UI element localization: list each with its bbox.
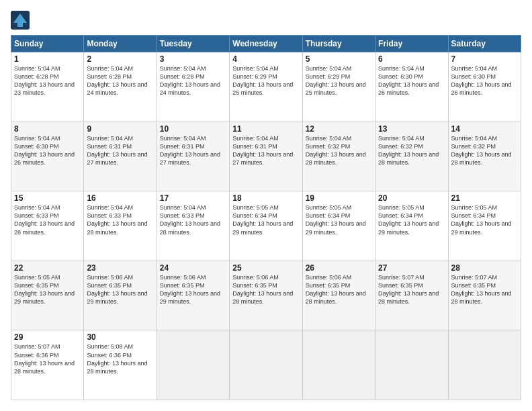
cell-content: Sunrise: 5:05 AMSunset: 6:34 PMDaylight:… xyxy=(378,203,445,236)
logo-icon xyxy=(11,11,30,30)
cell-content: Sunrise: 5:04 AMSunset: 6:29 PMDaylight:… xyxy=(306,64,372,97)
day-number: 27 xyxy=(378,263,445,273)
calendar-cell: 14Sunrise: 5:04 AMSunset: 6:32 PMDayligh… xyxy=(448,122,521,191)
day-number: 10 xyxy=(160,124,226,134)
day-number: 28 xyxy=(451,263,518,273)
cell-content: Sunrise: 5:04 AMSunset: 6:32 PMDaylight:… xyxy=(378,134,445,167)
calendar-cell: 10Sunrise: 5:04 AMSunset: 6:31 PMDayligh… xyxy=(157,122,229,191)
calendar-cell: 22Sunrise: 5:05 AMSunset: 6:35 PMDayligh… xyxy=(11,261,84,330)
calendar-cell: 15Sunrise: 5:04 AMSunset: 6:33 PMDayligh… xyxy=(11,191,84,261)
calendar-cell: 2Sunrise: 5:04 AMSunset: 6:28 PMDaylight… xyxy=(84,52,157,122)
cell-content: Sunrise: 5:04 AMSunset: 6:31 PMDaylight:… xyxy=(160,134,226,167)
day-number: 9 xyxy=(87,124,153,134)
calendar-cell: 25Sunrise: 5:06 AMSunset: 6:35 PMDayligh… xyxy=(230,261,302,330)
day-number: 25 xyxy=(232,263,299,273)
calendar-cell: 28Sunrise: 5:07 AMSunset: 6:35 PMDayligh… xyxy=(448,261,521,330)
day-number: 13 xyxy=(378,124,445,134)
day-number: 15 xyxy=(14,193,81,203)
calendar-cell: 23Sunrise: 5:06 AMSunset: 6:35 PMDayligh… xyxy=(84,261,157,330)
cell-content: Sunrise: 5:05 AMSunset: 6:34 PMDaylight:… xyxy=(232,203,299,236)
cell-content: Sunrise: 5:04 AMSunset: 6:31 PMDaylight:… xyxy=(232,134,299,167)
day-header-wednesday: Wednesday xyxy=(230,36,302,52)
day-number: 8 xyxy=(14,124,81,134)
day-number: 22 xyxy=(14,263,81,273)
cell-content: Sunrise: 5:04 AMSunset: 6:30 PMDaylight:… xyxy=(14,134,81,167)
calendar-cell: 1Sunrise: 5:04 AMSunset: 6:28 PMDaylight… xyxy=(11,52,84,122)
day-number: 23 xyxy=(87,263,153,273)
day-number: 3 xyxy=(160,54,226,64)
calendar-cell: 19Sunrise: 5:05 AMSunset: 6:34 PMDayligh… xyxy=(302,191,375,261)
calendar-cell: 27Sunrise: 5:07 AMSunset: 6:35 PMDayligh… xyxy=(375,261,448,330)
day-header-sunday: Sunday xyxy=(11,36,84,52)
calendar-cell xyxy=(157,330,229,400)
cell-content: Sunrise: 5:06 AMSunset: 6:35 PMDaylight:… xyxy=(87,273,153,306)
cell-content: Sunrise: 5:04 AMSunset: 6:28 PMDaylight:… xyxy=(160,64,226,97)
calendar-cell: 4Sunrise: 5:04 AMSunset: 6:29 PMDaylight… xyxy=(230,52,302,122)
calendar-cell: 30Sunrise: 5:08 AMSunset: 6:36 PMDayligh… xyxy=(84,330,157,400)
day-header-friday: Friday xyxy=(375,36,448,52)
cell-content: Sunrise: 5:04 AMSunset: 6:30 PMDaylight:… xyxy=(451,64,518,97)
calendar-cell: 18Sunrise: 5:05 AMSunset: 6:34 PMDayligh… xyxy=(230,191,302,261)
day-number: 17 xyxy=(160,193,226,203)
cell-content: Sunrise: 5:06 AMSunset: 6:35 PMDaylight:… xyxy=(306,273,372,306)
day-header-saturday: Saturday xyxy=(448,36,521,52)
day-number: 16 xyxy=(87,193,153,203)
cell-content: Sunrise: 5:04 AMSunset: 6:28 PMDaylight:… xyxy=(87,64,153,97)
day-number: 11 xyxy=(232,124,299,134)
cell-content: Sunrise: 5:04 AMSunset: 6:32 PMDaylight:… xyxy=(451,134,518,167)
cell-content: Sunrise: 5:07 AMSunset: 6:35 PMDaylight:… xyxy=(451,273,518,306)
day-number: 6 xyxy=(378,54,445,64)
cell-content: Sunrise: 5:08 AMSunset: 6:36 PMDaylight:… xyxy=(87,342,153,375)
day-number: 30 xyxy=(87,332,153,342)
day-header-tuesday: Tuesday xyxy=(157,36,229,52)
calendar-cell: 16Sunrise: 5:04 AMSunset: 6:33 PMDayligh… xyxy=(84,191,157,261)
day-number: 2 xyxy=(87,54,153,64)
page: SundayMondayTuesdayWednesdayThursdayFrid… xyxy=(0,0,532,411)
calendar-cell xyxy=(448,330,521,400)
day-number: 26 xyxy=(306,263,372,273)
day-number: 20 xyxy=(378,193,445,203)
calendar-table: SundayMondayTuesdayWednesdayThursdayFrid… xyxy=(11,35,521,400)
cell-content: Sunrise: 5:05 AMSunset: 6:34 PMDaylight:… xyxy=(451,203,518,236)
day-number: 29 xyxy=(14,332,81,342)
svg-rect-2 xyxy=(17,23,23,27)
cell-content: Sunrise: 5:04 AMSunset: 6:33 PMDaylight:… xyxy=(160,203,226,236)
calendar-cell: 24Sunrise: 5:06 AMSunset: 6:35 PMDayligh… xyxy=(157,261,229,330)
calendar-cell: 8Sunrise: 5:04 AMSunset: 6:30 PMDaylight… xyxy=(11,122,84,191)
cell-content: Sunrise: 5:04 AMSunset: 6:29 PMDaylight:… xyxy=(232,64,299,97)
calendar-cell: 7Sunrise: 5:04 AMSunset: 6:30 PMDaylight… xyxy=(448,52,521,122)
cell-content: Sunrise: 5:04 AMSunset: 6:31 PMDaylight:… xyxy=(87,134,153,167)
calendar-cell: 29Sunrise: 5:07 AMSunset: 6:36 PMDayligh… xyxy=(11,330,84,400)
logo xyxy=(11,11,32,30)
day-number: 24 xyxy=(160,263,226,273)
calendar-cell: 13Sunrise: 5:04 AMSunset: 6:32 PMDayligh… xyxy=(375,122,448,191)
calendar-cell: 3Sunrise: 5:04 AMSunset: 6:28 PMDaylight… xyxy=(157,52,229,122)
day-number: 18 xyxy=(232,193,299,203)
day-header-monday: Monday xyxy=(84,36,157,52)
day-number: 1 xyxy=(14,54,81,64)
day-header-thursday: Thursday xyxy=(302,36,375,52)
cell-content: Sunrise: 5:04 AMSunset: 6:28 PMDaylight:… xyxy=(14,64,81,97)
day-number: 21 xyxy=(451,193,518,203)
day-number: 12 xyxy=(306,124,372,134)
calendar-cell: 21Sunrise: 5:05 AMSunset: 6:34 PMDayligh… xyxy=(448,191,521,261)
day-number: 7 xyxy=(451,54,518,64)
cell-content: Sunrise: 5:07 AMSunset: 6:35 PMDaylight:… xyxy=(378,273,445,306)
calendar-cell: 9Sunrise: 5:04 AMSunset: 6:31 PMDaylight… xyxy=(84,122,157,191)
header xyxy=(11,11,521,30)
day-number: 4 xyxy=(232,54,299,64)
cell-content: Sunrise: 5:04 AMSunset: 6:32 PMDaylight:… xyxy=(306,134,372,167)
calendar-cell: 11Sunrise: 5:04 AMSunset: 6:31 PMDayligh… xyxy=(230,122,302,191)
cell-content: Sunrise: 5:04 AMSunset: 6:33 PMDaylight:… xyxy=(14,203,81,236)
cell-content: Sunrise: 5:06 AMSunset: 6:35 PMDaylight:… xyxy=(160,273,226,306)
calendar-cell: 5Sunrise: 5:04 AMSunset: 6:29 PMDaylight… xyxy=(302,52,375,122)
calendar-cell: 26Sunrise: 5:06 AMSunset: 6:35 PMDayligh… xyxy=(302,261,375,330)
day-number: 19 xyxy=(306,193,372,203)
calendar-cell: 20Sunrise: 5:05 AMSunset: 6:34 PMDayligh… xyxy=(375,191,448,261)
calendar-cell: 12Sunrise: 5:04 AMSunset: 6:32 PMDayligh… xyxy=(302,122,375,191)
calendar-cell xyxy=(230,330,302,400)
cell-content: Sunrise: 5:04 AMSunset: 6:30 PMDaylight:… xyxy=(378,64,445,97)
cell-content: Sunrise: 5:06 AMSunset: 6:35 PMDaylight:… xyxy=(232,273,299,306)
day-number: 5 xyxy=(306,54,372,64)
calendar-cell xyxy=(302,330,375,400)
